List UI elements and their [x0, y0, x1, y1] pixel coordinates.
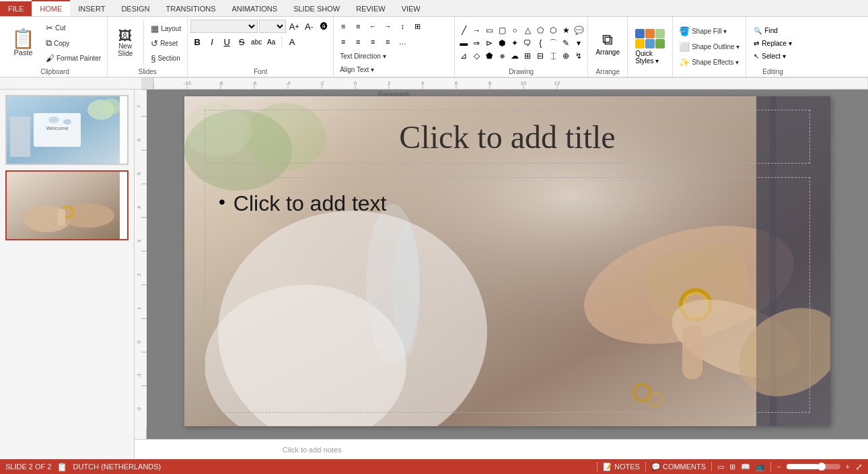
underline-button[interactable]: U	[220, 35, 233, 48]
tab-review[interactable]: REVIEW	[348, 1, 393, 16]
shape-star[interactable]: ★	[560, 24, 572, 36]
shadow-button[interactable]: abc	[250, 35, 263, 48]
font-size-select[interactable]	[259, 20, 286, 33]
more-para-button[interactable]: …	[396, 35, 409, 48]
layout-button[interactable]: ▦ Layout	[147, 22, 184, 36]
find-button[interactable]: 🔍 Find	[749, 25, 796, 36]
arrange-button[interactable]: ⧉ Arrange	[591, 29, 624, 58]
align-right-button[interactable]: ≡	[366, 35, 379, 48]
svg-rect-0	[153, 77, 868, 90]
cut-button[interactable]: ✂ Cut	[42, 21, 104, 35]
tab-transitions[interactable]: TRANSITIONS	[158, 1, 224, 16]
font-name-select[interactable]	[190, 20, 258, 33]
shape-free[interactable]: ✎	[560, 37, 572, 49]
shape-s2[interactable]: ✦	[509, 37, 521, 49]
bold-button[interactable]: B	[190, 35, 204, 48]
format-painter-button[interactable]: 🖌 Format Painter	[42, 51, 104, 65]
italic-button[interactable]: I	[205, 35, 219, 48]
notes-area[interactable]: Click to add notes	[135, 439, 868, 459]
replace-button[interactable]: ⇄ Replace ▾	[749, 38, 796, 49]
grid-view-button[interactable]: ⊞	[729, 463, 735, 471]
shape-27[interactable]: ⊟	[534, 50, 546, 62]
shape-30[interactable]: ↯	[573, 50, 585, 62]
zoom-slider[interactable]	[787, 464, 840, 469]
char-spacing-button[interactable]: Aa	[264, 35, 278, 48]
bullets-button[interactable]: ≡	[336, 20, 350, 33]
shape-25[interactable]: ☁	[509, 50, 521, 62]
canvas-area[interactable]: Click to add title • Click to add text	[147, 90, 868, 439]
normal-view-button[interactable]: ▭	[717, 463, 724, 471]
zoom-in-button[interactable]: +	[846, 463, 850, 471]
section-button[interactable]: § Section	[147, 51, 184, 65]
align-center-button[interactable]: ≡	[351, 35, 365, 48]
font-color-button[interactable]: A	[285, 35, 299, 48]
shape-arrow[interactable]: →	[470, 24, 482, 36]
file-tab[interactable]: FILE	[0, 1, 32, 16]
slide-2-thumb[interactable]	[5, 170, 129, 240]
reset-button[interactable]: ↺ Reset	[147, 36, 184, 50]
shape-curve[interactable]: ⌒	[547, 37, 559, 49]
columns-button[interactable]: ⊞	[410, 20, 424, 33]
slide-canvas[interactable]: Click to add title • Click to add text	[184, 96, 830, 426]
shape-more[interactable]: ▾	[573, 37, 585, 49]
paste-button[interactable]: 📋 Paste	[5, 28, 41, 59]
zoom-handle[interactable]	[818, 463, 826, 471]
shape-28[interactable]: ⌶	[547, 50, 559, 62]
status-divider-2	[645, 462, 646, 471]
strikethrough-button[interactable]: S	[235, 35, 248, 48]
title-placeholder[interactable]: Click to add title	[205, 110, 810, 164]
shape-outline-button[interactable]: ⬜ Shape Outline ▾	[676, 40, 743, 54]
shape-21[interactable]: ⊿	[458, 50, 470, 62]
shape-24[interactable]: ⎈	[496, 50, 508, 62]
increase-font-button[interactable]: A+	[287, 20, 301, 33]
shape-rounded-rect[interactable]: ▢	[496, 24, 508, 36]
shape-line[interactable]: ╱	[458, 24, 470, 36]
tab-insert[interactable]: INSERT	[70, 1, 113, 16]
shape-p2[interactable]: ⊳	[483, 37, 495, 49]
comments-button[interactable]: 💬 COMMENTS	[651, 463, 706, 471]
new-slide-button[interactable]: 🖼 NewSlide	[110, 26, 140, 61]
copy-button[interactable]: ⧉ Copy	[42, 36, 104, 50]
text-direction-button[interactable]: Text Direction ▾	[336, 50, 389, 62]
shape-effects-button[interactable]: ✨ Shape Effects ▾	[676, 55, 742, 69]
shape-fill-button[interactable]: 🪣 Shape Fill ▾	[676, 24, 730, 38]
shape-23[interactable]: ⬟	[483, 50, 495, 62]
shape-brace[interactable]: {	[534, 37, 546, 49]
zoom-out-button[interactable]: −	[776, 463, 781, 471]
decrease-font-button[interactable]: A-	[302, 20, 316, 33]
shape-oval[interactable]: ○	[509, 24, 521, 36]
decrease-indent-button[interactable]: ←	[366, 20, 379, 33]
quick-styles-button[interactable]: Quick Styles ▾	[630, 24, 670, 71]
shape-triangle[interactable]: △	[521, 24, 534, 36]
shape-c2[interactable]: 🗨	[521, 37, 534, 49]
align-text-button[interactable]: Align Text ▾	[336, 64, 377, 75]
fit-slide-button[interactable]: ⤢	[855, 462, 863, 472]
tab-animations[interactable]: ANIMATIONS	[224, 1, 286, 16]
tab-view[interactable]: VIEW	[394, 1, 429, 16]
shape-arrow2[interactable]: ⇒	[470, 37, 482, 49]
notes-button[interactable]: 📝 NOTES	[603, 463, 640, 471]
shape-rect2[interactable]: ▬	[458, 37, 470, 49]
clear-format-button[interactable]: 🅐	[317, 20, 330, 33]
slide-1-thumb[interactable]: Welcome	[5, 95, 129, 165]
presenter-view-button[interactable]: 📺	[756, 463, 765, 471]
tab-home[interactable]: HOME	[32, 0, 70, 16]
shape-pentagon[interactable]: ⬠	[534, 24, 546, 36]
content-placeholder[interactable]: • Click to add text	[205, 177, 810, 413]
numbering-button[interactable]: ≡	[351, 20, 365, 33]
shape-callout[interactable]: 💬	[573, 24, 585, 36]
align-left-button[interactable]: ≡	[336, 35, 350, 48]
line-spacing-button[interactable]: ↕	[396, 20, 409, 33]
shape-29[interactable]: ⊕	[560, 50, 572, 62]
shape-26[interactable]: ⊞	[521, 50, 534, 62]
shape-h2[interactable]: ⬢	[496, 37, 508, 49]
reading-view-button[interactable]: 📖	[741, 463, 750, 471]
tab-slideshow[interactable]: SLIDE SHOW	[285, 1, 348, 16]
shape-22[interactable]: ◇	[470, 50, 482, 62]
tab-design[interactable]: DESIGN	[113, 1, 157, 16]
shape-hex[interactable]: ⬡	[547, 24, 559, 36]
justify-button[interactable]: ≡	[381, 35, 394, 48]
shape-rect[interactable]: ▭	[483, 24, 495, 36]
select-button[interactable]: ↖ Select ▾	[749, 50, 796, 62]
increase-indent-button[interactable]: →	[381, 20, 394, 33]
